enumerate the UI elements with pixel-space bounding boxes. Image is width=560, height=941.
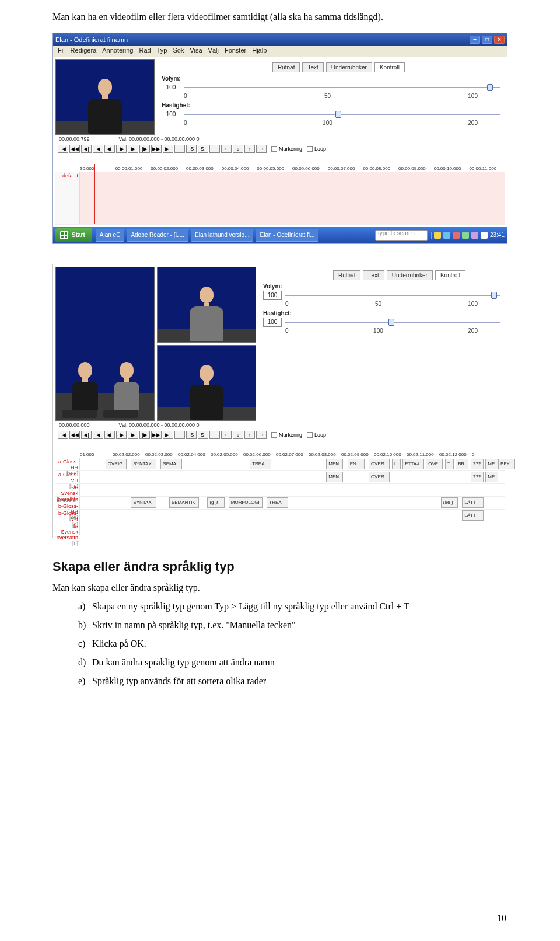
loop-checkbox[interactable] (307, 146, 313, 152)
annotation-segment[interactable]: EN (348, 459, 365, 469)
timeline[interactable]: 01.00000:02:02.00000:02:03.00000:02:04.0… (55, 451, 505, 535)
video-panel-2[interactable] (157, 267, 256, 343)
annotation-segment[interactable]: LÄTT (462, 497, 483, 508)
tab-underrubriker[interactable]: Underrubriker (326, 62, 372, 72)
annotation-segment[interactable]: MEN (326, 459, 343, 469)
close-button[interactable]: × (494, 36, 505, 44)
tray-icon[interactable] (434, 232, 441, 239)
tab-rutnät[interactable]: Rutnät (333, 270, 360, 280)
start-button[interactable]: Start (55, 228, 92, 242)
playback-button[interactable]: |▶ (139, 431, 150, 439)
annotation-segment[interactable]: ME (485, 459, 498, 469)
playback-button[interactable]: ▶| (163, 145, 173, 153)
taskbar-item[interactable]: Elan lathund versio... (191, 229, 253, 242)
playback-button[interactable]: ▶| (163, 431, 173, 439)
volume-value[interactable]: 100 (263, 291, 282, 300)
menu-item-sök[interactable]: Sök (173, 47, 184, 55)
menu-item-rad[interactable]: Rad (139, 47, 150, 55)
tier-label[interactable]: b-Svensk översättn[0] (55, 522, 80, 535)
annotation-segment[interactable]: MORFOLOGI (229, 497, 262, 508)
tier-label[interactable]: a-Svensk översättn (55, 484, 80, 496)
tray-icon[interactable] (443, 232, 450, 239)
tab-text[interactable]: Text (363, 270, 384, 280)
taskbar-item[interactable]: Elan - Odefinierat fi... (256, 229, 318, 242)
tab-rutnät[interactable]: Rutnät (272, 62, 300, 72)
menu-item-redigera[interactable]: Redigera (71, 47, 97, 55)
playback-button[interactable]: S· (198, 145, 208, 153)
tier-label[interactable]: b-Gloss-VH[9] (55, 510, 80, 522)
annotation-segment[interactable]: (g-)f (207, 497, 224, 508)
menu-item-fönster[interactable]: Fönster (225, 47, 246, 55)
video-panel[interactable] (55, 59, 155, 135)
playback-button[interactable]: ▶ (128, 431, 138, 439)
tab-kontroll[interactable]: Kontroll (374, 62, 405, 72)
taskbar-item[interactable]: Alan eC (96, 229, 125, 242)
tray-icon[interactable] (471, 232, 478, 239)
playback-button[interactable]: ↑ (244, 431, 255, 439)
playback-button[interactable]: ▶ (128, 145, 138, 153)
playback-button[interactable]: ◀| (81, 431, 92, 439)
playback-button[interactable] (209, 431, 220, 439)
tier-label-default[interactable]: default (55, 172, 80, 224)
playback-button[interactable]: ◀| (81, 145, 92, 153)
tier-body[interactable] (80, 484, 505, 496)
playback-button[interactable] (209, 145, 220, 153)
menu-item-annotering[interactable]: Annotering (102, 47, 133, 55)
tray-icon[interactable] (453, 232, 460, 239)
playback-button[interactable]: ↑ (244, 145, 255, 153)
playback-button[interactable]: ↓ (233, 145, 243, 153)
menu-item-hjälp[interactable]: Hjälp (252, 47, 267, 55)
markering-checkbox[interactable] (271, 146, 277, 152)
tier-body[interactable] (80, 522, 505, 535)
playback-button[interactable]: ·S (186, 145, 197, 153)
playback-button[interactable]: ← (221, 431, 232, 439)
annotation-segment[interactable]: ??? (471, 472, 484, 482)
annotation-segment[interactable]: ÖVER (369, 459, 390, 469)
playback-button[interactable]: → (256, 431, 267, 439)
tier-body[interactable]: LÄTT (80, 510, 505, 522)
playback-button[interactable]: ◀◀ (69, 431, 80, 439)
menu-item-fil[interactable]: Fil (58, 47, 65, 55)
annotation-segment[interactable]: L (392, 459, 401, 469)
tab-text[interactable]: Text (302, 62, 323, 72)
annotation-segment[interactable]: ETTA-f (402, 459, 424, 469)
playback-button[interactable]: ▶▶ (151, 431, 162, 439)
playback-button[interactable] (174, 431, 185, 439)
playback-button[interactable]: |▶ (139, 145, 150, 153)
playback-button[interactable]: ◀ (93, 145, 103, 153)
maximize-button[interactable]: □ (482, 36, 492, 44)
playback-button[interactable] (174, 145, 185, 153)
annotation-segment[interactable]: BR (456, 459, 468, 469)
speed-slider[interactable] (285, 322, 500, 323)
loop-checkbox[interactable] (307, 432, 313, 438)
annotation-segment[interactable]: ??? (471, 459, 484, 469)
timeline[interactable]: 30.00000:00:01.00000:00:02.00000:00:03.0… (55, 165, 505, 225)
video-panel-3[interactable] (157, 345, 256, 421)
volume-value[interactable]: 100 (162, 83, 180, 92)
playback-button[interactable]: ◀· (104, 145, 115, 153)
annotation-segment[interactable]: SYNTAX (131, 497, 156, 508)
markering-checkbox[interactable] (271, 432, 277, 438)
annotation-segment[interactable]: SEMA (160, 459, 181, 469)
annotation-segment[interactable]: (8e-) (441, 497, 458, 508)
tray-icon[interactable] (462, 232, 469, 239)
tier-body[interactable]: MENÖVER???ME (80, 471, 505, 483)
playback-button[interactable]: ← (221, 145, 232, 153)
annotation-segment[interactable]: SEMANTIK (169, 497, 199, 508)
playback-button[interactable]: ▶▶ (151, 145, 162, 153)
playback-button[interactable]: ◀ (93, 431, 103, 439)
annotation-segment[interactable]: SYNTAX (131, 459, 156, 469)
annotation-segment[interactable]: LÄTT (462, 510, 483, 521)
annotation-segment[interactable]: ME (485, 472, 498, 482)
playback-button[interactable]: ·S (186, 431, 197, 439)
annotation-segment[interactable]: MEN (326, 472, 343, 482)
annotation-segment[interactable]: T (445, 459, 454, 469)
playback-button[interactable]: → (256, 145, 267, 153)
tier-body[interactable]: SYNTAXSEMANTIK(g-)fMORFOLOGITREA(8e-)LÄT… (80, 497, 505, 509)
tray-icon[interactable] (481, 232, 488, 239)
tier-label[interactable]: a-Gloss-HH[102] (55, 458, 80, 470)
video-panel-1[interactable] (55, 267, 155, 421)
annotation-segment[interactable]: PEK (498, 459, 515, 469)
speed-value[interactable]: 100 (263, 318, 282, 327)
annotation-segment[interactable]: TREA (250, 459, 271, 469)
